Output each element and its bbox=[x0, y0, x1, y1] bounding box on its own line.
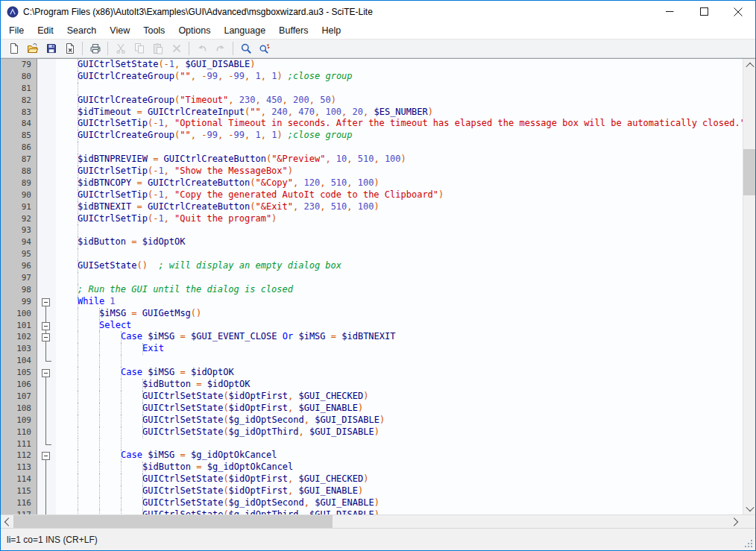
code-text[interactable]: $iMSG = GUIGetMsg() bbox=[56, 308, 743, 320]
line-number[interactable]: 85 bbox=[1, 130, 37, 142]
line-number[interactable]: 79 bbox=[1, 59, 37, 71]
line-number[interactable]: 100 bbox=[1, 308, 37, 320]
close-button[interactable] bbox=[721, 1, 755, 22]
code-line[interactable]: 89$idBTNCOPY = GUICtrlCreateButton("&Cop… bbox=[1, 177, 743, 189]
line-number[interactable]: 89 bbox=[1, 177, 37, 189]
line-number[interactable]: 104 bbox=[1, 355, 37, 367]
menu-item-buffers[interactable]: Buffers bbox=[272, 23, 315, 38]
minimize-button[interactable] bbox=[652, 1, 687, 22]
code-line[interactable]: 102Case $iMSG = $GUI_EVENT_CLOSE Or $iMS… bbox=[1, 331, 743, 343]
menu-item-search[interactable]: Search bbox=[60, 23, 104, 38]
find-button[interactable] bbox=[236, 40, 255, 57]
code-text[interactable] bbox=[56, 438, 743, 450]
code-line[interactable]: 87$idBTNPREVIEW = GUICtrlCreateButton("&… bbox=[1, 154, 743, 166]
code-line[interactable]: 94$idButton = $idOptOK bbox=[1, 236, 743, 248]
close-file-button[interactable] bbox=[60, 40, 79, 57]
code-line[interactable]: 85GUICtrlCreateGroup("", -99, -99, 1, 1)… bbox=[1, 130, 743, 142]
code-line[interactable]: 103Exit bbox=[1, 343, 743, 355]
code-line[interactable]: 79GUICtrlSetState(-1, $GUI_DISABLE) bbox=[1, 59, 743, 71]
line-number[interactable]: 80 bbox=[1, 71, 37, 83]
menu-item-view[interactable]: View bbox=[103, 23, 136, 38]
code-text[interactable]: GUICtrlSetState($idOptFirst, $GUI_ENABLE… bbox=[56, 403, 743, 415]
line-number[interactable]: 114 bbox=[1, 473, 37, 485]
code-text[interactable]: GUICtrlCreateGroup("", -99, -99, 1, 1) ;… bbox=[56, 130, 743, 142]
code-text[interactable]: GUICtrlSetState($g_idOptSecond, $GUI_ENA… bbox=[56, 497, 743, 509]
code-text[interactable] bbox=[56, 142, 743, 154]
code-text[interactable]: GUICtrlSetState($idOptFirst, $GUI_CHECKE… bbox=[56, 473, 743, 485]
line-number[interactable]: 87 bbox=[1, 154, 37, 166]
line-number[interactable]: 106 bbox=[1, 379, 37, 391]
open-file-button[interactable] bbox=[23, 40, 42, 57]
menu-item-edit[interactable]: Edit bbox=[31, 23, 60, 38]
line-number[interactable]: 83 bbox=[1, 107, 37, 119]
line-number[interactable]: 91 bbox=[1, 201, 37, 213]
line-number[interactable]: 93 bbox=[1, 224, 37, 236]
code-line[interactable]: 100$iMSG = GUIGetMsg() bbox=[1, 308, 743, 320]
code-text[interactable]: Case $iMSG = $g_idOptOkCancel bbox=[56, 450, 743, 462]
line-number[interactable]: 98 bbox=[1, 284, 37, 296]
code-text[interactable]: GUICtrlCreateGroup("Timeout", 230, 450, … bbox=[56, 95, 743, 107]
line-number[interactable]: 94 bbox=[1, 236, 37, 248]
vertical-scroll-track[interactable] bbox=[743, 195, 755, 502]
code-line[interactable]: 116GUICtrlSetState($g_idOptSecond, $GUI_… bbox=[1, 497, 743, 509]
scroll-left-button[interactable] bbox=[1, 515, 13, 528]
code-text[interactable]: Exit bbox=[56, 343, 743, 355]
code-line[interactable]: 86 bbox=[1, 142, 743, 154]
line-number[interactable]: 109 bbox=[1, 415, 37, 426]
code-text[interactable]: $idBTNPREVIEW = GUICtrlCreateButton("&Pr… bbox=[56, 154, 743, 166]
code-text[interactable]: $idTimeout = GUICtrlCreateInput("", 240,… bbox=[56, 107, 743, 119]
code-text[interactable] bbox=[56, 248, 743, 260]
code-text[interactable] bbox=[56, 272, 743, 284]
code-line[interactable]: 97 bbox=[1, 272, 743, 284]
menu-item-file[interactable]: File bbox=[2, 23, 31, 38]
code-text[interactable]: While 1 bbox=[56, 296, 743, 308]
line-number[interactable]: 110 bbox=[1, 426, 37, 438]
code-line[interactable]: 90GUICtrlSetTip(-1, "Copy the generated … bbox=[1, 189, 743, 201]
code-line[interactable]: 117GUICtrlSetState($g_idOptThird, $GUI_D… bbox=[1, 509, 743, 514]
line-number[interactable]: 103 bbox=[1, 343, 37, 355]
line-number[interactable]: 84 bbox=[1, 118, 37, 130]
code-text[interactable]: $idButton = $idOptOK bbox=[56, 236, 743, 248]
code-editor[interactable]: 79GUICtrlSetState(-1, $GUI_DISABLE)80GUI… bbox=[1, 59, 743, 514]
code-line[interactable]: 88GUICtrlSetTip(-1, "Show the MessageBox… bbox=[1, 166, 743, 177]
line-number[interactable]: 105 bbox=[1, 367, 37, 379]
line-number[interactable]: 115 bbox=[1, 485, 37, 497]
horizontal-scrollbar[interactable] bbox=[1, 514, 755, 528]
line-number[interactable]: 107 bbox=[1, 391, 37, 403]
menu-item-options[interactable]: Options bbox=[171, 23, 217, 38]
line-number[interactable]: 95 bbox=[1, 248, 37, 260]
line-number[interactable]: 96 bbox=[1, 260, 37, 272]
code-text[interactable]: GUICtrlSetState(-1, $GUI_DISABLE) bbox=[56, 59, 743, 71]
line-number[interactable]: 82 bbox=[1, 95, 37, 107]
code-line[interactable]: 96GUISetState() ; will display an empty … bbox=[1, 260, 743, 272]
code-line[interactable]: 115GUICtrlSetState($idOptFirst, $GUI_ENA… bbox=[1, 485, 743, 497]
fold-marker[interactable] bbox=[37, 320, 56, 332]
line-number[interactable]: 111 bbox=[1, 438, 37, 450]
save-file-button[interactable] bbox=[42, 40, 60, 57]
code-line[interactable]: 95 bbox=[1, 248, 743, 260]
fold-marker[interactable] bbox=[37, 450, 56, 462]
code-text[interactable]: GUISetState() ; will display an empty di… bbox=[56, 260, 743, 272]
horizontal-scroll-thumb[interactable] bbox=[13, 515, 333, 528]
code-line[interactable]: 112Case $iMSG = $g_idOptOkCancel bbox=[1, 450, 743, 462]
fold-marker[interactable] bbox=[37, 296, 56, 308]
code-line[interactable]: 110GUICtrlSetState($g_idOptThird, $GUI_D… bbox=[1, 426, 743, 438]
line-number[interactable]: 99 bbox=[1, 296, 37, 308]
code-line[interactable]: 99While 1 bbox=[1, 296, 743, 308]
code-line[interactable]: 84GUICtrlSetTip(-1, "Optional Timeout in… bbox=[1, 118, 743, 130]
code-text[interactable]: GUICtrlSetTip(-1, "Show the MessageBox") bbox=[56, 166, 743, 177]
code-text[interactable] bbox=[56, 355, 743, 367]
new-file-button[interactable] bbox=[4, 40, 23, 57]
scroll-down-button[interactable] bbox=[743, 502, 756, 514]
line-number[interactable]: 116 bbox=[1, 497, 37, 509]
line-number[interactable]: 86 bbox=[1, 142, 37, 154]
code-line[interactable]: 98; Run the GUI until the dialog is clos… bbox=[1, 284, 743, 296]
line-number[interactable]: 112 bbox=[1, 450, 37, 462]
code-line[interactable]: 105Case $iMSG = $idOptOK bbox=[1, 367, 743, 379]
code-text[interactable]: $idBTNEXIT = GUICtrlCreateButton("&Exit"… bbox=[56, 201, 743, 213]
code-line[interactable]: 93 bbox=[1, 224, 743, 236]
code-text[interactable] bbox=[56, 83, 743, 95]
code-text[interactable]: GUICtrlSetTip(-1, "Quit the program") bbox=[56, 213, 743, 225]
line-number[interactable]: 97 bbox=[1, 272, 37, 284]
fold-marker[interactable] bbox=[37, 367, 56, 379]
